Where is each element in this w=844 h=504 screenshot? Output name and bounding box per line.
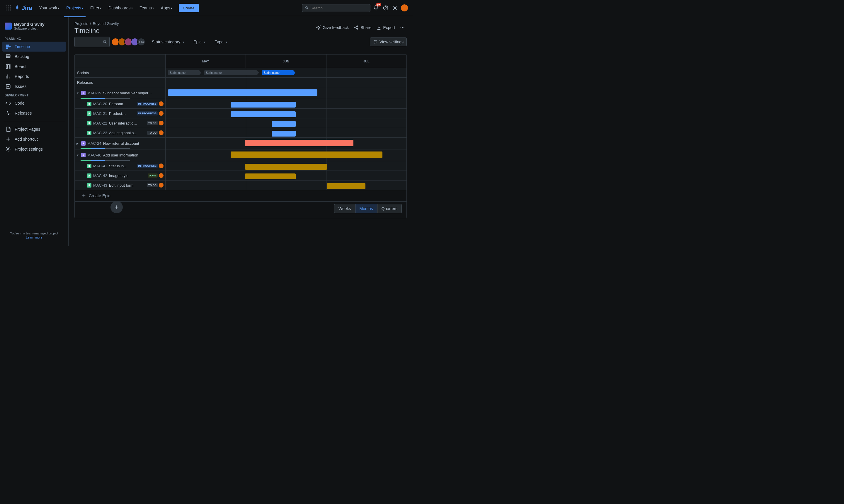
create-epic-button[interactable]: Create Epic xyxy=(75,190,407,202)
nav-dashboards[interactable]: Dashboards▾ xyxy=(106,4,135,12)
sidebar-item-code[interactable]: Code xyxy=(2,98,66,108)
nav-projects[interactable]: Projects▾ xyxy=(64,4,86,12)
issue-summary[interactable]: Add user information xyxy=(103,153,138,157)
status-filter[interactable]: Status category▾ xyxy=(149,38,187,46)
sidebar-item-backlog[interactable]: Backlog xyxy=(2,52,66,61)
issue-bar[interactable] xyxy=(272,121,296,127)
chevron-down-icon: ▾ xyxy=(183,40,184,44)
status-badge: TO DO xyxy=(147,131,158,135)
more-button[interactable] xyxy=(400,25,407,30)
sidebar-item-board[interactable]: Board xyxy=(2,61,66,72)
assignee-avatar[interactable] xyxy=(159,183,163,187)
sidebar-item-project-pages[interactable]: Project Pages xyxy=(2,124,66,134)
nav-filter[interactable]: Filter▾ xyxy=(88,4,104,12)
issue-key[interactable]: MAC-22 xyxy=(93,121,107,125)
sprint-chip[interactable]: Sprint name xyxy=(204,70,257,75)
create-button[interactable]: Create xyxy=(179,4,199,12)
svg-point-27 xyxy=(403,27,404,28)
issue-summary[interactable]: Adjust global s… xyxy=(109,131,138,135)
type-filter[interactable]: Type▾ xyxy=(212,38,230,46)
sliders-icon xyxy=(373,39,378,44)
assignee-avatar[interactable] xyxy=(159,163,163,168)
issue-summary[interactable]: Status in… xyxy=(109,164,128,168)
assignee-avatar[interactable] xyxy=(159,173,163,178)
issue-key[interactable]: MAC-20 xyxy=(93,102,107,106)
status-badge: TO DO xyxy=(147,121,158,125)
assignee-filter[interactable]: +14 xyxy=(113,38,145,46)
notifications-icon[interactable]: 9+ xyxy=(373,4,380,12)
issue-summary[interactable]: Image style xyxy=(109,174,128,178)
issue-key[interactable]: MAC-24 xyxy=(87,141,102,146)
issue-bar[interactable] xyxy=(272,131,296,137)
assignee-avatar[interactable] xyxy=(159,130,163,135)
svg-rect-18 xyxy=(8,65,9,67)
issue-key[interactable]: MAC-23 xyxy=(93,131,107,135)
issue-summary[interactable]: Product… xyxy=(109,111,126,116)
learn-more-link[interactable]: Learn more xyxy=(5,236,64,239)
epic-caret[interactable]: ▼ xyxy=(76,92,81,95)
issue-bar[interactable] xyxy=(245,164,327,170)
issue-key[interactable]: MAC-43 xyxy=(93,183,107,187)
releases-icon xyxy=(5,110,11,116)
sidebar-item-project-settings[interactable]: Project settings xyxy=(2,144,66,154)
epic-caret[interactable]: ▼ xyxy=(76,154,81,157)
zoom-weeks[interactable]: Weeks xyxy=(335,204,356,213)
epic-bar[interactable] xyxy=(168,89,317,96)
sprint-chip[interactable]: Sprint name xyxy=(262,70,293,75)
nav-teams[interactable]: Teams▾ xyxy=(138,4,156,12)
epic-bar[interactable] xyxy=(231,151,382,158)
svg-rect-17 xyxy=(6,65,7,68)
sidebar-item-releases[interactable]: Releases xyxy=(2,108,66,118)
settings-icon[interactable] xyxy=(392,4,398,12)
assignee-avatar[interactable] xyxy=(159,111,163,116)
svg-point-24 xyxy=(357,29,358,29)
issue-key[interactable]: MAC-40 xyxy=(87,153,102,157)
issue-summary[interactable]: Persona… xyxy=(109,102,127,106)
issue-key[interactable]: MAC-41 xyxy=(93,164,107,168)
sidebar-item-add-shortcut[interactable]: Add shortcut xyxy=(2,134,66,144)
issue-bar[interactable] xyxy=(245,174,296,179)
user-avatar[interactable] xyxy=(401,4,408,12)
status-badge: IN PROGRESS xyxy=(137,164,158,168)
add-fab[interactable] xyxy=(110,201,123,213)
zoom-quarters[interactable]: Quarters xyxy=(377,204,401,213)
issue-key[interactable]: MAC-42 xyxy=(93,174,107,178)
issues-icon xyxy=(5,84,11,89)
sprint-chip[interactable]: Sprint name xyxy=(168,70,199,75)
give-feedback-button[interactable]: Give feedback xyxy=(316,25,349,30)
plus-icon xyxy=(81,193,87,198)
assignee-avatar[interactable] xyxy=(159,102,163,106)
sidebar-item-reports[interactable]: Reports xyxy=(2,72,66,82)
avatar-more[interactable]: +14 xyxy=(137,38,145,46)
export-button[interactable]: Export xyxy=(376,25,395,30)
jira-logo[interactable]: Jira xyxy=(14,5,32,12)
svg-point-5 xyxy=(10,7,11,8)
issue-bar[interactable] xyxy=(327,183,366,189)
issue-summary[interactable]: User interactio… xyxy=(109,121,138,125)
issue-key[interactable]: MAC-21 xyxy=(93,111,107,116)
help-icon[interactable] xyxy=(382,4,389,12)
issue-key[interactable]: MAC-19 xyxy=(87,91,102,95)
issue-bar[interactable] xyxy=(231,102,296,108)
timeline-search[interactable] xyxy=(74,37,110,47)
app-switcher-icon[interactable] xyxy=(5,4,12,12)
sidebar-item-issues[interactable]: Issues xyxy=(2,82,66,91)
sidebar-item-timeline[interactable]: Timeline xyxy=(2,42,66,52)
nav-apps[interactable]: Apps▾ xyxy=(159,4,175,12)
epic-filter[interactable]: Epic▾ xyxy=(191,38,208,46)
zoom-months[interactable]: Months xyxy=(356,204,377,213)
epic-caret[interactable]: ▶ xyxy=(76,142,81,145)
breadcrumb-projects[interactable]: Projects xyxy=(74,21,88,26)
breadcrumb-project[interactable]: Beyond Gravity xyxy=(93,21,119,26)
view-settings-button[interactable]: View settings xyxy=(370,37,407,46)
issue-bar[interactable] xyxy=(231,111,296,117)
issue-summary[interactable]: Edit input form xyxy=(109,183,133,187)
issue-summary[interactable]: New referral discount xyxy=(103,141,139,146)
share-button[interactable]: Share xyxy=(354,25,371,30)
assignee-avatar[interactable] xyxy=(159,121,163,125)
epic-bar[interactable] xyxy=(245,140,354,146)
nav-your-work[interactable]: Your work▾ xyxy=(37,4,62,12)
project-header[interactable]: Beyond GravitySoftware project xyxy=(2,21,66,31)
search-input[interactable] xyxy=(302,4,371,12)
issue-summary[interactable]: Slingshot maneuver helper… xyxy=(103,91,152,95)
